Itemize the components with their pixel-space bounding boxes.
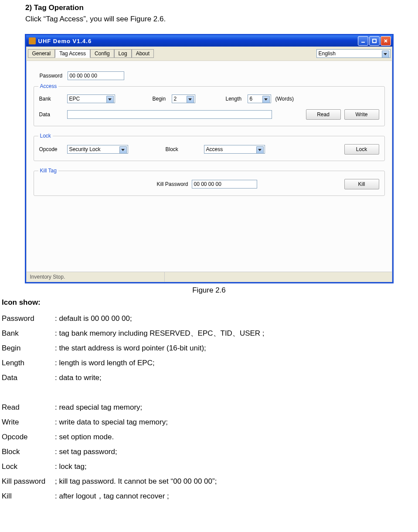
lock-legend: Lock xyxy=(38,133,53,139)
definition-row: Data: data to write; xyxy=(2,370,418,385)
data-label: Data xyxy=(39,111,67,118)
definition-desc: : set tag password; xyxy=(55,444,117,459)
section-heading: 2) Tag Operation xyxy=(25,3,418,12)
bank-value: EPC xyxy=(69,96,80,102)
app-icon xyxy=(29,37,36,44)
definition-row: Block: set tag password; xyxy=(2,444,418,459)
definition-term: Password xyxy=(2,311,55,326)
definition-row: Write: write data to special tag memory; xyxy=(2,415,418,430)
definition-term: Bank xyxy=(2,326,55,341)
data-input[interactable] xyxy=(67,110,272,119)
definition-desc: : after logout，tag cannot recover ; xyxy=(55,489,169,504)
password-label: Password xyxy=(40,73,68,79)
begin-label: Begin xyxy=(153,96,172,102)
begin-select[interactable]: 2 xyxy=(172,94,195,103)
definition-list: Password: default is 00 00 00 00;Bank: t… xyxy=(2,311,418,504)
svg-rect-0 xyxy=(361,42,365,43)
language-select[interactable]: English xyxy=(316,49,391,58)
definition-desc: : tag bank memory including RESERVED、EPC… xyxy=(55,326,265,341)
definition-row: Lock: lock tag; xyxy=(2,459,418,474)
definition-desc: : write data to special tag memory; xyxy=(55,415,168,430)
status-text: Inventory Stop. xyxy=(27,272,165,282)
bank-label: Bank xyxy=(39,96,67,102)
svg-rect-1 xyxy=(373,39,376,43)
tab-about[interactable]: About xyxy=(132,49,154,58)
kill-password-label: Kill Password xyxy=(157,181,192,187)
status-bar: Inventory Stop. xyxy=(27,272,392,282)
opcode-select[interactable]: Security Lock xyxy=(67,145,128,154)
definition-row: Read: read special tag memory; xyxy=(2,400,418,415)
definition-term: Kill xyxy=(2,489,55,504)
intro-text: Click “Tag Access”, you will see Figure … xyxy=(25,15,418,24)
definition-desc: ; kill tag password. It cannot be set “0… xyxy=(55,474,217,489)
definition-desc: : read special tag memory; xyxy=(55,400,142,415)
definition-row: Bank: tag bank memory including RESERVED… xyxy=(2,326,418,341)
definition-term: Begin xyxy=(2,341,55,356)
definition-desc: : the start address is word pointer (16-… xyxy=(55,341,206,356)
chevron-down-icon xyxy=(256,146,264,154)
definition-row: Kill: after logout，tag cannot recover ; xyxy=(2,489,418,504)
chevron-down-icon xyxy=(106,96,114,103)
block-select[interactable]: Access xyxy=(204,145,265,154)
length-label: Length xyxy=(226,96,248,102)
chevron-down-icon xyxy=(262,96,270,103)
kill-password-input[interactable] xyxy=(192,180,257,189)
minimize-button[interactable] xyxy=(358,36,368,46)
definition-row xyxy=(2,385,418,400)
opcode-value: Security Lock xyxy=(69,146,101,152)
definition-term: Kill password xyxy=(2,474,55,489)
definition-desc: : set option mode. xyxy=(55,430,114,444)
opcode-label: Opcode xyxy=(39,146,67,152)
chevron-down-icon xyxy=(187,96,194,103)
definition-row: Opcode : set option mode. xyxy=(2,430,418,444)
definition-term: Block xyxy=(2,444,55,459)
chevron-down-icon xyxy=(382,51,389,58)
language-value: English xyxy=(319,51,336,57)
tab-general[interactable]: General xyxy=(28,49,55,58)
definition-desc: : default is 00 00 00 00; xyxy=(55,311,132,326)
block-value: Access xyxy=(206,146,223,152)
tab-bar: General Tag Access Config Log About Engl… xyxy=(26,47,392,61)
definition-row: Password: default is 00 00 00 00; xyxy=(2,311,418,326)
tab-tag-access[interactable]: Tag Access xyxy=(55,49,90,58)
definition-desc: : data to write; xyxy=(55,370,102,385)
icon-show-heading: Icon show: xyxy=(2,298,418,307)
kill-button[interactable]: Kill xyxy=(344,179,379,189)
block-label: Block xyxy=(166,146,185,152)
app-window: UHF Demo V1.4.6 General Tag Access Confi… xyxy=(25,34,394,283)
write-button[interactable]: Write xyxy=(344,109,379,120)
read-button[interactable]: Read xyxy=(306,109,341,120)
kill-group: Kill Tag Kill Password Kill xyxy=(34,171,385,196)
tab-log[interactable]: Log xyxy=(114,49,132,58)
close-button[interactable] xyxy=(381,36,391,46)
window-title: UHF Demo V1.4.6 xyxy=(38,38,357,44)
length-unit: (Words) xyxy=(275,96,294,102)
definition-term: Data xyxy=(2,370,55,385)
definition-term: Read xyxy=(2,400,55,415)
access-legend: Access xyxy=(38,83,59,89)
definition-term xyxy=(2,385,55,400)
definition-row: Length: length is word length of EPC; xyxy=(2,356,418,370)
password-input[interactable] xyxy=(68,71,124,80)
definition-term: Length xyxy=(2,356,55,370)
lock-group: Lock Opcode Security Lock Block Access xyxy=(34,136,385,161)
lock-button[interactable]: Lock xyxy=(344,144,379,155)
definition-term: Lock xyxy=(2,459,55,474)
kill-legend: Kill Tag xyxy=(38,168,58,174)
begin-value: 2 xyxy=(174,96,177,102)
maximize-button[interactable] xyxy=(369,36,380,46)
bank-select[interactable]: EPC xyxy=(67,94,115,103)
access-group: Access Bank EPC Begin 2 xyxy=(34,86,385,126)
definition-row: Begin: the start address is word pointer… xyxy=(2,341,418,356)
length-value: 6 xyxy=(250,96,253,102)
definition-desc: : length is word length of EPC; xyxy=(55,356,155,370)
tab-content: Password Access Bank EPC Begin xyxy=(26,61,392,282)
definition-desc: : lock tag; xyxy=(55,459,87,474)
definition-row: Kill password; kill tag password. It can… xyxy=(2,474,418,489)
figure-caption: Figure 2.6 xyxy=(0,286,418,295)
length-select[interactable]: 6 xyxy=(248,94,271,103)
titlebar: UHF Demo V1.4.6 xyxy=(26,35,392,47)
chevron-down-icon xyxy=(119,146,127,154)
definition-term: Write xyxy=(2,415,55,430)
tab-config[interactable]: Config xyxy=(90,49,114,58)
